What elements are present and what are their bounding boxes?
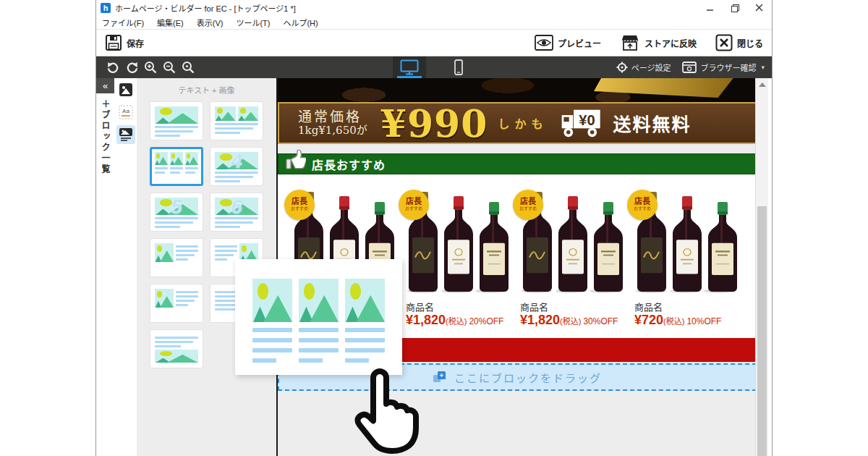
gear-icon: [616, 62, 628, 73]
text-line: [185, 167, 198, 169]
product-group[interactable]: 店長おすすめ商品名¥1,820(税込)30%OFF: [519, 190, 627, 334]
device-switch: [393, 56, 475, 78]
minimize-button[interactable]: [698, 0, 723, 16]
ghost-text-line: [345, 348, 385, 352]
badge-line1: 店長: [406, 198, 422, 206]
undo-icon: [106, 61, 120, 75]
page-settings-button[interactable]: ページ設定: [616, 62, 671, 73]
block-thumbnail[interactable]: 5: [150, 193, 203, 232]
block-thumbnail[interactable]: 6: [210, 193, 263, 232]
category-text-button[interactable]: Aa: [116, 103, 135, 122]
thumb-text-col: [215, 243, 237, 262]
preview-button[interactable]: プレビュー: [535, 35, 601, 51]
save-button[interactable]: 保存: [105, 34, 144, 51]
product-group[interactable]: 店長おすすめ商品名¥1,820(税込)20%OFF: [404, 190, 513, 334]
app-logo-icon: h: [101, 3, 111, 13]
apply-store-button[interactable]: ストアに反映: [620, 34, 697, 51]
close-editor-button[interactable]: 閉じる: [715, 34, 763, 51]
scrollbar-thumb[interactable]: [757, 206, 767, 456]
text-line: [155, 172, 165, 174]
menu-item[interactable]: ファイル(F): [102, 17, 144, 28]
vertical-scrollbar[interactable]: [755, 78, 768, 456]
ghost-text-line: [252, 338, 292, 342]
text-line: [215, 132, 240, 134]
product-name: 商品名: [520, 300, 548, 313]
desktop-icon: [400, 59, 419, 75]
product-name: 商品名: [634, 300, 663, 313]
ghost-text-line: [299, 338, 339, 342]
category-image-button[interactable]: [116, 80, 135, 99]
redo-button[interactable]: [122, 59, 141, 76]
block-thumbnail[interactable]: [150, 101, 203, 140]
text-line: [155, 167, 168, 169]
block-category-column: Aa: [114, 78, 137, 456]
sidebar-collapse-button[interactable]: «: [96, 78, 114, 93]
browser-check-button[interactable]: ブラウザー確認 ▾: [682, 62, 765, 73]
screenshot-stage: h ホームページ・ビルダー for EC - [トップページ1 *] ファイル(…: [0, 0, 868, 456]
placeholder-mountain: [156, 358, 170, 363]
category-text-image-button[interactable]: [116, 125, 135, 144]
undo-button[interactable]: [103, 59, 122, 76]
block-thumbnail[interactable]: [210, 101, 263, 140]
apply-store-label: ストアに反映: [644, 37, 697, 49]
ghost-text-line: [345, 338, 385, 342]
placeholder-mountain: [189, 157, 198, 165]
ghost-column: [252, 279, 292, 363]
placeholder-mountain: [356, 295, 385, 322]
edit-bar: ページ設定 ブラウザー確認 ▾: [96, 56, 772, 78]
image-placeholder: [155, 289, 174, 308]
text-line: [176, 295, 198, 297]
normal-price-line2: 1kg¥1,650が: [298, 124, 367, 137]
menu-item[interactable]: ツール(T): [236, 17, 270, 28]
menu-item[interactable]: 編集(E): [157, 17, 184, 28]
image-placeholder: [185, 152, 198, 165]
page-settings-label: ページ設定: [631, 62, 671, 73]
zoom-out-button[interactable]: [160, 59, 179, 76]
browser-icon: [682, 62, 697, 73]
placeholder-mountain: [155, 161, 159, 165]
badge-line2: おすすめ: [405, 206, 422, 211]
browser-check-label: ブラウザー確認: [700, 62, 756, 73]
block-thumbnail[interactable]: [150, 147, 203, 186]
placeholder-mountain: [263, 295, 292, 322]
placeholder-mountain: [310, 295, 339, 322]
block-thumbnail[interactable]: [150, 238, 203, 277]
ghost-text-line: [252, 348, 292, 352]
ghost-text-line: [299, 358, 323, 363]
wine-bottle: [557, 196, 589, 292]
zoom-in-button[interactable]: [141, 59, 160, 76]
window-controls: [698, 0, 772, 16]
close-icon: [756, 4, 763, 12]
product-group[interactable]: 店長おすすめ商品名¥720(税込)10%OFF: [633, 190, 741, 334]
zoom-in-icon: [144, 61, 158, 75]
placeholder-mountain: [158, 157, 168, 165]
close-window-button[interactable]: [747, 0, 772, 16]
block-thumbnail[interactable]: [150, 284, 203, 323]
thumbnail-watermark: 6: [210, 193, 263, 221]
mobile-view-button[interactable]: [442, 56, 475, 78]
text-line: [215, 127, 253, 130]
ghost-text-line: [252, 358, 276, 363]
zoom-reset-button[interactable]: [179, 59, 197, 76]
price-discount: 10%OFF: [686, 316, 721, 326]
text-line: [215, 226, 240, 228]
scroll-up-arrow[interactable]: [759, 83, 766, 87]
placeholder-sun: [156, 153, 160, 159]
price-tax: (税込): [663, 317, 684, 326]
desktop-view-button[interactable]: [393, 56, 426, 78]
menu-item[interactable]: ヘルプ(H): [283, 17, 318, 28]
block-thumbnail[interactable]: [150, 329, 203, 368]
zoom-reset-icon: [182, 61, 195, 75]
restore-button[interactable]: [723, 0, 747, 16]
menu-item[interactable]: 表示(V): [197, 17, 224, 28]
placeholder-mountain: [299, 306, 313, 322]
placeholder-sun: [258, 283, 268, 300]
edit-bar-right: ページ設定 ブラウザー確認 ▾: [616, 62, 765, 73]
badge-line2: おすすめ: [634, 206, 651, 211]
toolbar-right: プレビュー ストアに反映 閉じる: [535, 34, 763, 51]
placeholder-sun: [304, 283, 315, 300]
chevron-down-icon[interactable]: ▾: [761, 64, 765, 71]
image-placeholder: [170, 152, 183, 165]
block-thumbnail[interactable]: 4: [210, 147, 263, 186]
image-placeholder: [155, 106, 198, 124]
